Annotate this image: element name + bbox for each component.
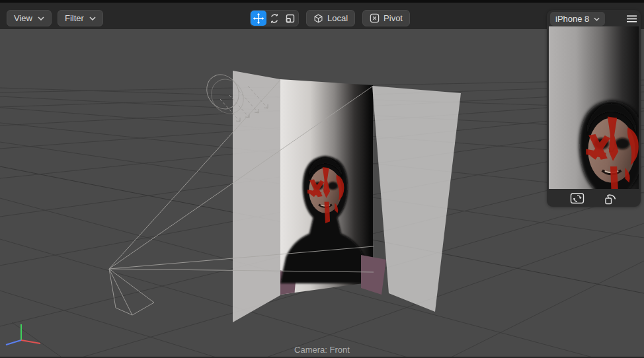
device-selector-label: iPhone 8 — [555, 14, 589, 24]
switch-camera-button[interactable] — [569, 191, 585, 205]
device-panel-footer — [547, 189, 641, 207]
chevron-down-icon — [594, 17, 600, 21]
rotate-device-button[interactable] — [602, 191, 618, 205]
rotate-tool-button[interactable] — [266, 11, 282, 26]
local-space-label: Local — [327, 10, 348, 26]
device-selector-dropdown[interactable]: iPhone 8 — [550, 12, 605, 26]
local-space-button[interactable]: Local — [306, 10, 355, 26]
hamburger-menu-icon[interactable] — [627, 15, 637, 22]
move-icon — [253, 13, 264, 24]
view-dropdown-label: View — [14, 10, 32, 26]
transform-tool-group — [250, 10, 299, 26]
orientation-axes-gizmo — [6, 324, 40, 345]
rotate-icon — [269, 13, 280, 24]
plane-right[interactable] — [372, 86, 461, 312]
scale-icon — [285, 13, 296, 24]
switch-camera-icon — [570, 192, 584, 205]
filter-dropdown[interactable]: Filter — [58, 10, 103, 26]
face-figure-preview — [549, 100, 639, 189]
pivot-icon — [370, 13, 380, 23]
scale-tool-button[interactable] — [282, 11, 298, 26]
rotate-device-icon — [604, 192, 617, 205]
pivot-label: Pivot — [383, 10, 403, 26]
move-tool-button[interactable] — [251, 11, 266, 26]
pivot-button[interactable]: Pivot — [362, 10, 410, 26]
window-top-edge — [0, 0, 644, 3]
device-preview-panel: iPhone 8 — [547, 10, 641, 207]
cube-icon — [313, 13, 323, 24]
chevron-down-icon — [89, 17, 96, 20]
filter-dropdown-label: Filter — [65, 10, 84, 26]
plane-left[interactable] — [233, 71, 280, 322]
camera-preview — [549, 26, 639, 189]
chevron-down-icon — [38, 17, 44, 20]
view-dropdown[interactable]: View — [7, 10, 52, 26]
device-panel-header: iPhone 8 — [547, 10, 641, 26]
shoulder-right-patch — [361, 255, 386, 295]
